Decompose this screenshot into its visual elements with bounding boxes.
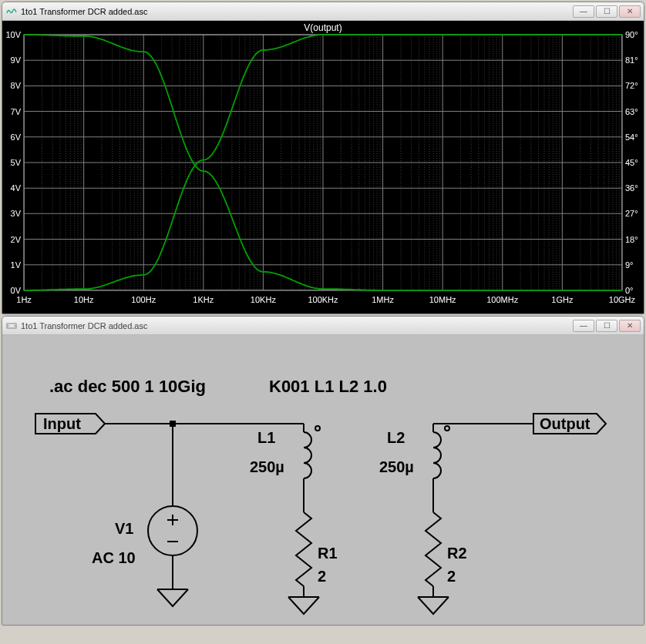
svg-text:AC 10: AC 10 <box>92 549 136 566</box>
svg-text:9V: 9V <box>11 55 22 65</box>
trace-label[interactable]: V(output) <box>304 22 342 33</box>
svg-text:45°: 45° <box>625 158 638 167</box>
svg-text:L2: L2 <box>387 429 405 446</box>
component-L2[interactable]: L2 250µ <box>379 424 449 512</box>
waveform-plot[interactable]: 0V1V2V3V4V5V6V7V8V9V10V0°9°18°27°36°45°5… <box>2 21 644 314</box>
svg-text:10MHz: 10MHz <box>429 295 456 304</box>
svg-text:1KHz: 1KHz <box>193 295 214 304</box>
svg-text:1V: 1V <box>11 260 22 270</box>
svg-text:10GHz: 10GHz <box>609 295 636 304</box>
svg-text:1GHz: 1GHz <box>551 295 574 304</box>
svg-text:250µ: 250µ <box>250 458 284 475</box>
maximize-button[interactable]: ☐ <box>596 320 617 332</box>
svg-text:0V: 0V <box>11 286 22 295</box>
svg-text:2: 2 <box>447 568 456 585</box>
svg-text:100Hz: 100Hz <box>131 295 156 304</box>
ground-symbol <box>157 589 188 606</box>
close-button[interactable]: ✕ <box>619 5 641 18</box>
component-V1[interactable]: V1 AC 10 <box>92 506 197 589</box>
component-R2[interactable]: R2 2 <box>426 512 467 597</box>
svg-text:1MHz: 1MHz <box>372 295 394 304</box>
waveform-icon <box>5 5 18 18</box>
schematic-window: 1to1 Transformer DCR added.asc — ☐ ✕ .ac… <box>2 316 644 626</box>
svg-text:Output: Output <box>540 415 590 432</box>
svg-text:6V: 6V <box>11 132 22 142</box>
svg-text:100KHz: 100KHz <box>308 295 338 304</box>
svg-text:2: 2 <box>318 568 326 585</box>
svg-text:9°: 9° <box>625 260 634 270</box>
svg-text:4V: 4V <box>11 183 22 193</box>
svg-text:250µ: 250µ <box>379 458 414 475</box>
svg-text:81°: 81° <box>625 55 638 65</box>
svg-text:72°: 72° <box>625 81 638 90</box>
net-label-output[interactable]: Output <box>533 414 606 434</box>
svg-text:90°: 90° <box>625 30 638 39</box>
svg-text:R2: R2 <box>447 545 467 562</box>
svg-text:L1: L1 <box>257 429 275 446</box>
svg-text:27°: 27° <box>625 209 638 218</box>
svg-point-158 <box>445 426 449 431</box>
svg-text:2V: 2V <box>11 234 22 243</box>
minimize-button[interactable]: — <box>573 5 594 18</box>
maximize-button[interactable]: ☐ <box>596 5 617 18</box>
svg-text:Input: Input <box>43 415 81 432</box>
net-label-input[interactable]: Input <box>35 414 105 434</box>
component-L1[interactable]: L1 250µ <box>250 424 320 512</box>
spice-directive-k[interactable]: K001 L1 L2 1.0 <box>269 377 387 396</box>
schematic-svg[interactable]: .ac dec 500 1 10Gig K001 L1 L2 1.0 Input… <box>2 335 644 625</box>
plot-titlebar[interactable]: 1to1 Transformer DCR added.asc — ☐ ✕ <box>2 2 644 21</box>
svg-text:5V: 5V <box>11 158 22 167</box>
ground-symbol <box>288 597 319 614</box>
svg-text:1Hz: 1Hz <box>16 295 32 304</box>
spice-directive-ac[interactable]: .ac dec 500 1 10Gig <box>49 377 206 396</box>
svg-text:R1: R1 <box>318 545 338 562</box>
svg-text:10KHz: 10KHz <box>251 295 277 304</box>
plot-window: 1to1 Transformer DCR added.asc — ☐ ✕ V(o… <box>2 2 644 314</box>
schematic-window-buttons: — ☐ ✕ <box>573 320 641 332</box>
svg-text:0°: 0° <box>625 286 634 295</box>
svg-text:8V: 8V <box>11 81 22 90</box>
svg-text:7V: 7V <box>11 107 22 116</box>
schematic-canvas[interactable]: .ac dec 500 1 10Gig K001 L1 L2 1.0 Input… <box>2 335 644 625</box>
schematic-window-title: 1to1 Transformer DCR added.asc <box>21 321 573 330</box>
plot-area[interactable]: V(output) 0V1V2V3V4V5V6V7V8V9V10V0°9°18°… <box>2 21 644 314</box>
svg-text:54°: 54° <box>625 132 638 142</box>
svg-text:V1: V1 <box>115 520 133 537</box>
svg-text:10Hz: 10Hz <box>74 295 94 304</box>
svg-text:36°: 36° <box>625 183 638 193</box>
component-R1[interactable]: R1 2 <box>296 512 338 597</box>
close-button[interactable]: ✕ <box>619 320 641 332</box>
minimize-button[interactable]: — <box>573 320 594 332</box>
plot-window-buttons: — ☐ ✕ <box>573 5 641 18</box>
ground-symbol <box>418 597 449 614</box>
svg-text:10V: 10V <box>5 30 21 39</box>
svg-text:100MHz: 100MHz <box>486 295 519 304</box>
svg-point-140 <box>148 506 197 555</box>
svg-text:63°: 63° <box>625 107 638 116</box>
svg-text:3V: 3V <box>11 209 22 218</box>
svg-text:18°: 18° <box>625 234 638 243</box>
plot-window-title: 1to1 Transformer DCR added.asc <box>21 7 573 16</box>
svg-point-149 <box>315 426 320 431</box>
schematic-icon <box>5 320 18 332</box>
schematic-titlebar[interactable]: 1to1 Transformer DCR added.asc — ☐ ✕ <box>2 317 644 335</box>
